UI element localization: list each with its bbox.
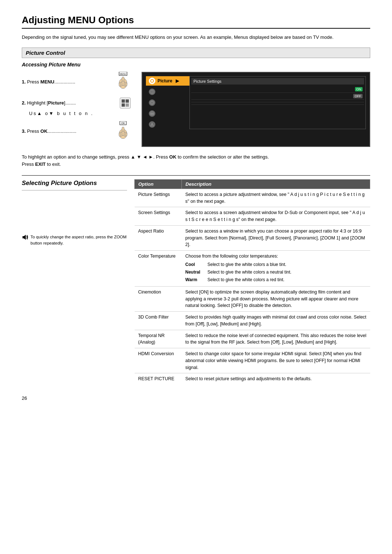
desc-screen-settings: Select to access a screen adjustment win…	[182, 207, 370, 226]
tv-picture-label: Picture	[158, 78, 172, 83]
desc-picture-settings: Select to access a picture adjustment wi…	[182, 189, 370, 207]
option-aspect-ratio: Aspect Ratio	[135, 225, 182, 250]
tv-badge-off: OFF	[353, 94, 363, 98]
step-1-text: 1. Press MENU................	[22, 79, 112, 85]
option-temporal-nr: Temporal NR(Analog)	[135, 330, 182, 348]
tv-submenu-row-3	[191, 100, 364, 102]
svg-rect-6	[119, 83, 121, 86]
option-picture-settings: Picture Settings	[135, 189, 182, 207]
steps-column: 1. Press MENU................ MENU	[22, 72, 131, 147]
desc-color-temperature: Choose from the following color temperat…	[182, 251, 370, 287]
highlight-icon	[120, 98, 131, 108]
desc-reset-picture: Select to reset picture settings and adj…	[182, 373, 370, 385]
svg-text:OK: OK	[121, 122, 125, 124]
tv-menu-item-4	[146, 120, 189, 129]
table-row: Cinemotion Select [ON] to optimize the s…	[135, 286, 370, 311]
svg-rect-12	[126, 103, 129, 107]
svg-rect-10	[126, 99, 129, 103]
tv-submenu-row-4	[191, 102, 364, 105]
color-temp-cool: Cool Select to give the white colors a b…	[185, 261, 367, 268]
tv-screen-mockup: Picture ▶	[142, 72, 370, 147]
svg-rect-11	[122, 103, 125, 107]
tv-menu-item-1	[146, 87, 189, 97]
ok-hand-icon: OK	[115, 121, 131, 141]
svg-rect-26	[152, 92, 152, 93]
tv-badge-on: ON	[355, 87, 363, 91]
page-title: Adjusting MENU Options	[22, 15, 370, 29]
desc-aspect-ratio: Select to access a window in which you c…	[182, 225, 370, 250]
step-3: 3. Press OK...................... OK	[22, 121, 131, 141]
step-3-text: 3. Press OK......................	[22, 128, 112, 134]
speaker-icon	[22, 234, 28, 243]
tv-submenu-header: Picture Settings	[191, 78, 364, 85]
desc-temporal-nr: Select to reduce the noise level of conn…	[182, 330, 370, 348]
table-row: Color Temperature Choose from the follow…	[135, 251, 370, 287]
svg-rect-7	[126, 83, 127, 86]
cool-label: Cool	[185, 261, 205, 268]
neutral-desc: Select to give the white colors a neutra…	[208, 269, 291, 275]
note-text: To quickly change the aspect ratio, pres…	[22, 234, 127, 247]
svg-rect-9	[122, 99, 125, 103]
option-cinemotion: Cinemotion	[135, 286, 182, 311]
cool-desc: Select to give the white colors a blue t…	[208, 261, 286, 268]
desc-cinemotion: Select [ON] to optimize the screen displ…	[182, 286, 370, 311]
svg-point-25	[152, 90, 153, 91]
col-header-description: Description	[182, 179, 370, 189]
desc-3d-comb-filter: Select to provides high quality images w…	[182, 312, 370, 330]
svg-rect-8	[122, 77, 124, 81]
tv-item4-icon	[149, 121, 155, 128]
table-row: HDMI Conversion Select to change color s…	[135, 348, 370, 373]
option-color-temperature: Color Temperature	[135, 251, 182, 287]
neutral-label: Neutral	[185, 269, 205, 275]
tv-arrow: ▶	[176, 78, 179, 83]
col-header-option: Option	[135, 179, 182, 189]
tv-menu-item-3	[146, 109, 189, 118]
option-reset-picture: RESET PICTURE	[135, 373, 182, 385]
step-2: 2. Highlight [Picture]........	[22, 98, 131, 108]
tv-item3-icon	[149, 110, 155, 117]
tv-picture-icon	[149, 78, 155, 84]
accessing-area: 1. Press MENU................ MENU	[22, 72, 370, 147]
menu-hand-icon: MENU	[115, 72, 131, 92]
subsection-accessing: Accessing Picture Menu	[22, 62, 370, 67]
note-content: To quickly change the aspect ratio, pres…	[30, 234, 127, 247]
table-row: Aspect Ratio Select to access a window i…	[135, 225, 370, 250]
selecting-left-col: Selecting Picture Options To quickly cha…	[22, 179, 134, 385]
options-table-container: Option Description Picture Settings Sele…	[134, 179, 370, 385]
section-header-picture-control: Picture Control	[22, 48, 370, 58]
step-1: 1. Press MENU................ MENU	[22, 72, 131, 92]
selecting-area: Selecting Picture Options To quickly cha…	[22, 179, 370, 385]
table-row: Temporal NR(Analog) Select to reduce the…	[135, 330, 370, 348]
warm-desc: Select to give the white colors a red ti…	[208, 276, 285, 283]
divider	[22, 175, 370, 176]
desc-hdmi-conversion: Select to change color space for some ir…	[182, 348, 370, 373]
instruction-text: To highlight an option and to change set…	[22, 153, 370, 168]
color-temp-neutral: Neutral Select to give the white colors …	[185, 269, 367, 275]
option-hdmi-conversion: HDMI Conversion	[135, 348, 182, 373]
tv-left-menu: Picture ▶	[146, 76, 189, 129]
color-temp-warm: Warm Select to give the white colors a r…	[185, 276, 367, 283]
table-row: Picture Settings Select to access a pict…	[135, 189, 370, 207]
tv-submenu-row-2: OFF	[191, 93, 364, 100]
tv-menu-item-2	[146, 98, 189, 107]
table-row: Screen Settings Select to access a scree…	[135, 207, 370, 226]
svg-rect-31	[151, 113, 154, 115]
tv-item1-icon	[149, 89, 155, 95]
svg-point-33	[151, 124, 153, 125]
option-3d-comb-filter: 3D Comb Filter	[135, 312, 182, 330]
svg-rect-21	[122, 127, 124, 131]
step-2-text: 2. Highlight [Picture]........	[22, 100, 116, 106]
svg-marker-34	[23, 235, 26, 240]
table-row: 3D Comb Filter Select to provides high q…	[135, 312, 370, 330]
color-temp-subtable: Cool Select to give the white colors a b…	[185, 261, 367, 283]
svg-rect-20	[126, 133, 127, 136]
warm-label: Warm	[185, 276, 205, 283]
tv-item2-icon	[149, 99, 155, 106]
table-header-row: Option Description	[135, 179, 370, 189]
tv-submenu: Picture Settings ON OFF	[189, 76, 366, 129]
svg-point-23	[151, 80, 153, 82]
table-row: RESET PICTURE Select to reset picture se…	[135, 373, 370, 385]
svg-text:MENU: MENU	[120, 73, 126, 75]
options-table: Option Description Picture Settings Sele…	[134, 179, 370, 385]
svg-rect-19	[119, 133, 121, 136]
